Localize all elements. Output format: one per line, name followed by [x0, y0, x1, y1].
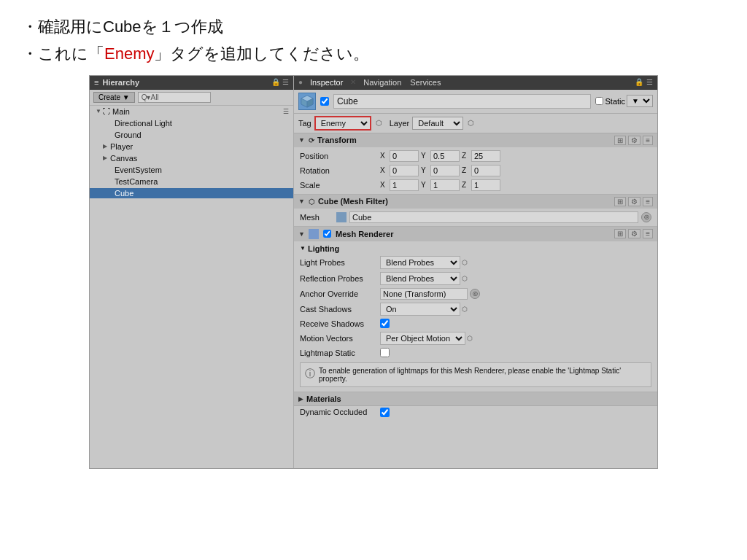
inspector-lock-icon[interactable]: 🔒	[635, 78, 643, 86]
mesh-renderer-checkbox[interactable]	[323, 230, 331, 238]
rotation-x-input[interactable]	[390, 165, 419, 176]
mesh-renderer-header[interactable]: ▼ Mesh Renderer ⊞ ⚙ ≡	[294, 227, 657, 241]
cast-shadows-select[interactable]: On Off Two Sided	[380, 303, 460, 316]
inspector-header: ● Inspector ✕ Navigation Services 🔒 ☰	[294, 76, 657, 90]
light-probes-label: Light Probes	[300, 258, 380, 267]
mesh-renderer-ref-btn[interactable]: ⊞	[614, 229, 626, 238]
tab-services[interactable]: Services	[409, 78, 442, 87]
mesh-renderer-gear-btn[interactable]: ⚙	[628, 229, 640, 238]
tc-arrow	[107, 178, 115, 184]
create-button[interactable]: Create ▼	[93, 92, 135, 103]
tag-select[interactable]: Enemy Untagged Player	[314, 116, 371, 131]
scale-label: Scale	[300, 181, 380, 190]
transform-controls: ⊞ ⚙ ≡	[614, 136, 653, 145]
motion-vectors-select[interactable]: Per Object Motion Camera Motion Force No…	[380, 332, 465, 345]
instruction-line-1: ・確認用にCubeを１つ作成	[22, 13, 725, 40]
dl-label: Directional Light	[115, 119, 172, 128]
mesh-filter-controls: ⊞ ⚙ ≡	[614, 197, 653, 206]
lightmap-static-row: Lightmap Static	[294, 346, 657, 359]
mesh-renderer-menu-btn[interactable]: ≡	[643, 229, 653, 238]
dynamic-occluded-row: Dynamic Occluded	[294, 406, 657, 419]
scale-y-input[interactable]	[430, 179, 460, 191]
object-static-area: Static ▼	[595, 95, 653, 107]
tab-inspector[interactable]: Inspector	[309, 78, 344, 87]
tab-navigation[interactable]: Navigation	[362, 78, 403, 87]
mesh-renderer-controls: ⊞ ⚙ ≡	[614, 229, 653, 238]
rotation-y-input[interactable]	[430, 165, 460, 176]
mesh-filter-ref-btn[interactable]: ⊞	[614, 197, 626, 206]
instruction-line-2: ・これに「Enemy」タグを追加してください。	[22, 40, 725, 67]
anchor-override-row: Anchor Override ◎	[294, 287, 657, 301]
tree-item-player[interactable]: ▶ Player	[90, 141, 293, 152]
anchor-override-input[interactable]	[380, 288, 468, 300]
receive-shadows-checkbox[interactable]	[380, 319, 390, 328]
reflection-probes-label: Reflection Probes	[300, 274, 380, 283]
static-dropdown[interactable]: ▼	[627, 95, 653, 107]
object-enabled-checkbox[interactable]	[320, 97, 329, 106]
info-text: To enable generation of lightmaps for th…	[319, 367, 646, 383]
position-y-input[interactable]	[430, 150, 460, 162]
mesh-filter-component: ▼ ⬡ Cube (Mesh Filter) ⊞ ⚙ ≡ Mesh	[294, 195, 657, 227]
reflection-probes-row: Reflection Probes Blend Probes Off ⬡	[294, 271, 657, 287]
transform-ref-btn[interactable]: ⊞	[614, 136, 626, 145]
dynamic-occluded-checkbox[interactable]	[380, 408, 390, 417]
lighting-sub-header: ▼ Lighting	[294, 243, 657, 254]
transform-body: Position X Y Z Rotation	[294, 147, 657, 194]
search-box[interactable]: Q▾All	[138, 92, 211, 103]
reflection-probes-arrow: ⬡	[462, 275, 468, 282]
static-checkbox[interactable]	[595, 97, 603, 105]
light-probes-select[interactable]: Blend Probes Off	[380, 256, 460, 269]
cast-shadows-row: Cast Shadows On Off Two Sided ⬡	[294, 301, 657, 317]
lightmap-static-checkbox[interactable]	[380, 348, 390, 357]
position-z-input[interactable]	[471, 150, 500, 162]
mesh-small-icon	[336, 212, 347, 222]
layer-dropdown-arrow: ⬡	[468, 119, 474, 127]
transform-header[interactable]: ▼ ⟳ Transform ⊞ ⚙ ≡	[294, 133, 657, 147]
reflection-probes-select[interactable]: Blend Probes Off	[380, 272, 460, 285]
main-label: Main	[112, 107, 130, 116]
scale-z-input[interactable]	[471, 179, 500, 191]
tag-dropdown-arrow: ⬡	[376, 119, 382, 127]
rotation-z-input[interactable]	[471, 165, 500, 176]
tree-item-eventsystem[interactable]: EventSystem	[90, 164, 293, 176]
materials-section[interactable]: ▶ Materials	[294, 392, 657, 406]
tree-item-canvas[interactable]: ▶ Canvas	[90, 152, 293, 164]
tree-item-main[interactable]: ▼ ⛶ Main ☰	[90, 106, 293, 117]
tree-item-cube[interactable]: Cube	[90, 187, 293, 199]
rotation-y-label: Y	[421, 166, 428, 174]
position-label: Position	[300, 152, 380, 160]
tree-item-ground[interactable]: Ground	[90, 129, 293, 141]
main-arrow: ▼	[96, 108, 103, 114]
mesh-filter-gear-btn[interactable]: ⚙	[628, 197, 640, 206]
anchor-override-label: Anchor Override	[300, 289, 380, 298]
layer-select[interactable]: Default UI	[412, 117, 463, 130]
mesh-value-input[interactable]	[349, 211, 638, 223]
position-x-input[interactable]	[390, 150, 419, 162]
tree-item-directional-light[interactable]: Directional Light	[90, 117, 293, 129]
object-icon	[298, 93, 316, 110]
player-label: Player	[110, 142, 133, 151]
lighting-arrow: ▼	[300, 245, 306, 252]
tc-label: TestCamera	[115, 177, 158, 186]
mesh-renderer-component: ▼ Mesh Renderer ⊞ ⚙ ≡ ▼ Light	[294, 227, 657, 392]
inspector-bullet: ●	[298, 78, 303, 86]
scale-x-label: X	[380, 181, 387, 189]
info-box: ⓘ To enable generation of lightmaps for …	[300, 362, 651, 387]
mesh-circle-btn[interactable]: ◎	[641, 212, 651, 222]
transform-gear-btn[interactable]: ⚙	[628, 136, 640, 145]
scale-x-input[interactable]	[390, 179, 419, 191]
mesh-filter-menu-btn[interactable]: ≡	[643, 197, 653, 206]
mesh-filter-header[interactable]: ▼ ⬡ Cube (Mesh Filter) ⊞ ⚙ ≡	[294, 195, 657, 209]
mesh-filter-icon: ⬡	[309, 198, 315, 206]
scale-row: Scale X Y Z	[294, 178, 657, 192]
transform-menu-btn[interactable]: ≡	[643, 136, 653, 145]
object-name-input[interactable]	[333, 94, 591, 109]
inspector-menu-icon[interactable]: ☰	[646, 78, 653, 86]
tree-item-testcamera[interactable]: TestCamera	[90, 176, 293, 187]
inspector-panel: ● Inspector ✕ Navigation Services 🔒 ☰	[294, 76, 657, 468]
mesh-renderer-title: Mesh Renderer	[336, 230, 393, 238]
anchor-circle-btn[interactable]: ◎	[470, 289, 480, 299]
menu-icon[interactable]: ☰	[282, 78, 289, 86]
mesh-filter-title: Cube (Mesh Filter)	[318, 197, 388, 206]
lock-icon[interactable]: 🔒	[271, 78, 280, 86]
